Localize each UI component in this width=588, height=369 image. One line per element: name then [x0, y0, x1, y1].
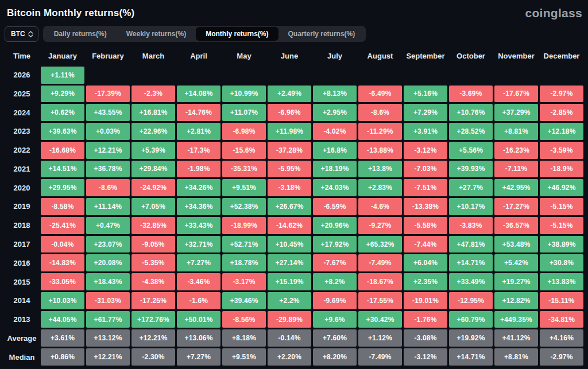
return-cell: +30.42%	[358, 311, 402, 328]
return-cell: +0.62%	[41, 104, 84, 121]
return-cell: -8.6%	[358, 104, 402, 121]
tab-monthly-returns[interactable]: Monthly returns(%)	[196, 27, 278, 41]
symbol-selector[interactable]: BTC	[5, 26, 38, 42]
return-cell: +12.82%	[494, 292, 538, 309]
row-label-average: Average	[5, 329, 39, 347]
return-cell: +5.16%	[404, 86, 447, 103]
return-cell: -6.49%	[358, 86, 402, 103]
return-cell: -2.30%	[131, 348, 175, 366]
return-cell: +16.81%	[131, 104, 175, 121]
return-cell: +449.35%	[494, 311, 538, 328]
return-cell: -8.6%	[86, 179, 130, 196]
return-cell: +172.76%	[131, 311, 175, 328]
return-cell: -14.62%	[268, 217, 311, 234]
month-column-header: December	[540, 48, 583, 65]
return-cell: +8.18%	[222, 329, 266, 347]
tab-quarterly-returns[interactable]: Quarterly returns(%)	[278, 27, 365, 41]
return-cell: +8.81%	[494, 123, 538, 140]
return-cell: +20.08%	[86, 254, 130, 271]
return-cell: -4.02%	[313, 123, 357, 140]
return-cell: +16.8%	[313, 142, 357, 159]
return-cell: +39.46%	[222, 292, 266, 309]
return-cell: -24.92%	[131, 179, 175, 196]
return-cell: -7.51%	[404, 179, 447, 196]
row-label-median: Median	[5, 348, 39, 366]
return-cell: +11.07%	[222, 104, 266, 121]
return-cell: +2.95%	[313, 104, 357, 121]
return-cell: -3.18%	[268, 179, 311, 196]
row-label-2014: 2014	[5, 292, 39, 309]
return-cell: +10.03%	[41, 292, 84, 309]
row-label-2018: 2018	[5, 217, 39, 234]
return-cell: +13.12%	[86, 329, 130, 347]
empty-cell	[86, 67, 130, 84]
return-cell: +18.43%	[86, 273, 130, 290]
return-cell: +3.61%	[41, 329, 84, 347]
return-cell: -0.04%	[41, 236, 84, 253]
return-cell: +12.21%	[86, 142, 130, 159]
row-label-2021: 2021	[5, 161, 39, 178]
return-cell: -9.27%	[358, 217, 402, 234]
return-cell: -5.35%	[131, 254, 175, 271]
return-cell: +2.49%	[268, 86, 311, 103]
symbol-label: BTC	[11, 30, 25, 38]
return-cell: +53.48%	[494, 236, 538, 253]
return-cell: +36.78%	[86, 161, 130, 178]
return-cell: +42.95%	[494, 179, 538, 196]
tab-weekly-returns[interactable]: Weekly returns(%)	[117, 27, 196, 41]
return-cell: -25.41%	[41, 217, 84, 234]
tab-daily-returns[interactable]: Daily returns(%)	[44, 27, 117, 41]
return-cell: -8.56%	[222, 311, 266, 328]
return-cell: +2.81%	[177, 123, 220, 140]
return-cell: -7.03%	[404, 161, 447, 178]
return-cell: +14.08%	[177, 86, 220, 103]
return-cell: -17.55%	[358, 292, 402, 309]
return-cell: -3.46%	[177, 273, 220, 290]
return-cell: +4.16%	[540, 329, 583, 347]
return-cell: +41.12%	[494, 329, 538, 347]
return-cell: +29.95%	[41, 179, 84, 196]
month-column-header: June	[268, 48, 311, 65]
return-cell: -3.08%	[404, 329, 447, 347]
return-cell: -14.83%	[41, 254, 84, 271]
return-cell: -13.88%	[358, 142, 402, 159]
return-cell: -6.98%	[222, 123, 266, 140]
return-cell: -17.25%	[131, 292, 175, 309]
return-cell: +13.83%	[540, 273, 583, 290]
return-cell: +11.98%	[268, 123, 311, 140]
row-label-2015: 2015	[5, 273, 39, 290]
return-cell: +17.92%	[313, 236, 357, 253]
return-cell: -35.31%	[222, 161, 266, 178]
empty-cell	[268, 67, 311, 84]
return-cell: -4.6%	[358, 198, 402, 215]
row-label-2025: 2025	[5, 86, 39, 103]
return-cell: -6.59%	[313, 198, 357, 215]
return-cell: -17.3%	[177, 142, 220, 159]
return-cell: +22.96%	[131, 123, 175, 140]
return-cell: -32.85%	[131, 217, 175, 234]
return-cell: -17.39%	[86, 86, 130, 103]
month-column-header: January	[41, 48, 84, 65]
return-cell: +1.11%	[41, 67, 84, 84]
time-column-header: Time	[5, 48, 39, 65]
return-cell: -15.11%	[540, 292, 583, 309]
return-cell: -7.49%	[358, 254, 402, 271]
return-cell: +8.13%	[313, 86, 357, 103]
return-cell: -5.58%	[404, 217, 447, 234]
return-cell: -8.58%	[41, 198, 84, 215]
return-cell: -13.38%	[404, 198, 447, 215]
return-cell: -7.49%	[358, 348, 402, 366]
coinglass-logo[interactable]: coinglass	[525, 6, 582, 20]
return-cell: +7.60%	[313, 329, 357, 347]
month-column-header: November	[494, 48, 538, 65]
return-cell: -37.28%	[268, 142, 311, 159]
empty-cell	[540, 67, 583, 84]
return-cell: -5.95%	[268, 161, 311, 178]
return-cell: +15.19%	[268, 273, 311, 290]
return-cell: +60.79%	[449, 311, 493, 328]
return-cell: +8.2%	[313, 273, 357, 290]
return-cell: +5.56%	[449, 142, 493, 159]
returns-period-tabs: Daily returns(%)Weekly returns(%)Monthly…	[43, 26, 366, 42]
return-cell: +9.51%	[222, 179, 266, 196]
return-cell: +0.03%	[86, 123, 130, 140]
